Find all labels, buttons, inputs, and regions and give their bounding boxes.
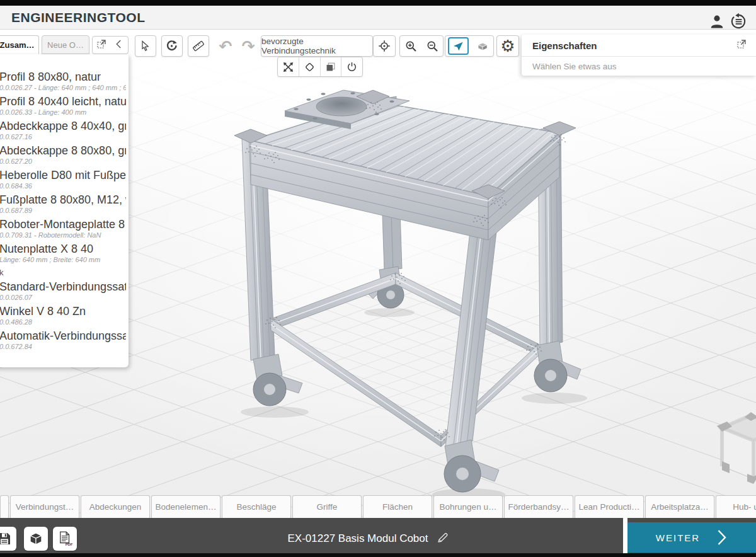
- weiter-label: WEITER: [656, 532, 700, 543]
- category-tab-bodenelemente[interactable]: Bodenelemen…: [151, 495, 220, 518]
- changelog-icon: [730, 13, 747, 30]
- center-view-button[interactable]: [373, 35, 396, 57]
- category-tab-arbeitsplatzausstattung[interactable]: Arbeitsplatza…: [645, 495, 714, 518]
- properties-panel: Eigenschaften Wählen Sie etwas aus: [522, 35, 756, 76]
- part-list-item[interactable]: Profil 8 80x80, natur 0.0.026.27 - Länge…: [0, 71, 126, 92]
- power-icon: [346, 61, 358, 73]
- export-pdf-button[interactable]: PDF: [53, 527, 77, 551]
- category-tab-griffe[interactable]: Griffe: [292, 495, 362, 518]
- bottom-black-strip: [0, 553, 756, 557]
- collapse-panel-button[interactable]: [113, 38, 125, 52]
- category-tab-verbindungstechnik[interactable]: Verbindungst…: [10, 495, 79, 518]
- properties-title: Eigenschaften: [532, 40, 597, 51]
- chevron-right-icon: [716, 529, 728, 546]
- zoom-in-button[interactable]: [400, 36, 421, 56]
- rotate-icon: [165, 39, 179, 53]
- wireframe-toggle-button[interactable]: [299, 57, 320, 76]
- part-list-item[interactable]: Fußplatte 8 80x80, M12, w… 0.0.687.89: [0, 193, 126, 215]
- connection-dropdown-label: bevorzugte Verbindungstechnik: [261, 37, 372, 55]
- settings-button[interactable]: ⚙: [496, 35, 519, 57]
- category-tab-hub[interactable]: Hub- und: [716, 495, 756, 518]
- solid-mode-button[interactable]: [471, 36, 495, 56]
- category-tab-abdeckungen[interactable]: Abdeckungen: [81, 495, 150, 518]
- part-list-item[interactable]: Winkel V 8 40 Zn 0.0.486.28: [0, 305, 126, 326]
- part-list-item[interactable]: Profil 8 40x40 leicht, natur 0.0.026.33 …: [0, 95, 126, 117]
- project-name-area: EX-01227 Basis Modul Cobot: [252, 527, 485, 551]
- gear-icon: ⚙: [500, 38, 515, 54]
- category-tab-clipped[interactable]: [0, 495, 9, 518]
- news-feedback-button[interactable]: [730, 13, 747, 30]
- category-tab-bohrungen[interactable]: Bohrungen u…: [433, 495, 503, 518]
- brick-icon: [476, 40, 490, 53]
- shaded-toggle-button[interactable]: [320, 57, 341, 76]
- part-list-item[interactable]: Roboter-Montageplatte 8 2… 0.0.709.31 - …: [0, 218, 126, 239]
- part-list-item[interactable]: Heberolle D80 mit Fußped… 0.0.684.36: [0, 169, 126, 190]
- category-tab-foerderbandsysteme[interactable]: Förderbandsy…: [504, 495, 573, 518]
- cube-icon: [28, 531, 44, 547]
- pdf-document-icon: PDF: [57, 531, 73, 547]
- popout-panel-button[interactable]: [96, 38, 107, 52]
- zoom-in-icon: [404, 40, 418, 53]
- undo-icon: ↶: [219, 38, 232, 54]
- part-list-item[interactable]: Automatik-Verbindungssat… 0.0.672.84: [0, 330, 126, 351]
- zoom-out-button[interactable]: [421, 36, 443, 56]
- part-list-item[interactable]: Abdeckkappe 8 40x40, gra… 0.0.627.16: [0, 120, 126, 141]
- filled-square-icon: [324, 61, 336, 73]
- category-tab-flaechen[interactable]: Flächen: [363, 495, 432, 518]
- edit-project-name-button[interactable]: [436, 531, 450, 548]
- app-title: ENGINEERINGTOOL: [11, 10, 145, 25]
- zoom-button-group: [399, 35, 444, 57]
- popout-icon: [736, 38, 747, 50]
- part-list-item[interactable]: Abdeckkappe 8 80x80, gra… 0.0.627.20: [0, 144, 126, 166]
- tab-new-group-label: Neue O…: [47, 40, 84, 50]
- top-black-strip: [0, 0, 756, 6]
- select-tool-button[interactable]: [135, 35, 156, 57]
- assembly-panel-controls: [92, 36, 129, 54]
- user-icon: [709, 13, 725, 30]
- properties-header: Eigenschaften: [522, 35, 756, 57]
- weiter-button[interactable]: WEITER: [627, 522, 756, 553]
- parts-section-label: k: [0, 267, 126, 278]
- fit-view-button[interactable]: [278, 57, 299, 76]
- part-list-item[interactable]: Nutenplatte X 8 40 Länge: 640 mm ; Breit…: [0, 243, 126, 264]
- tab-assembly[interactable]: Zusam…: [0, 35, 39, 54]
- crosshair-icon: [377, 39, 391, 53]
- power-toggle-button[interactable]: [341, 57, 362, 76]
- popout-properties-button[interactable]: [736, 38, 747, 52]
- measure-tool-button[interactable]: [188, 35, 209, 57]
- render-mode-group: [445, 35, 494, 57]
- redo-button[interactable]: ↷: [238, 35, 259, 57]
- ruler-icon: [192, 39, 205, 53]
- tab-assembly-label: Zusam…: [0, 40, 34, 50]
- cursor-icon: [139, 40, 152, 52]
- fly-mode-button[interactable]: [445, 36, 471, 56]
- category-tab-lean-production[interactable]: Lean Producti…: [575, 495, 644, 518]
- export-3d-button[interactable]: [24, 527, 48, 551]
- connection-technique-dropdown[interactable]: bevorzugte Verbindungstechnik: [261, 35, 373, 57]
- save-icon: [0, 531, 12, 546]
- rotate-view-button[interactable]: [161, 35, 183, 57]
- zoom-out-icon: [426, 40, 439, 53]
- app-header: ENGINEERINGTOOL: [0, 6, 756, 30]
- category-tab-beschlaege[interactable]: Beschläge: [222, 495, 291, 518]
- save-button[interactable]: [0, 527, 16, 551]
- pencil-icon: [436, 531, 450, 544]
- parts-list-panel[interactable]: Profil 8 80x80, natur 0.0.026.27 - Länge…: [0, 54, 129, 367]
- undo-button[interactable]: ↶: [215, 35, 236, 57]
- properties-empty-hint: Wählen Sie etwas aus: [522, 57, 756, 76]
- diamond-outline-icon: [304, 61, 316, 73]
- engineeringtool-app: ENGINEERINGTOOL Zusam… Neue O…: [0, 0, 756, 557]
- user-account-button[interactable]: [708, 13, 726, 30]
- redo-icon: ↷: [242, 38, 255, 54]
- display-options-group: [277, 57, 363, 77]
- svg-text:PDF: PDF: [66, 543, 73, 546]
- part-list-item[interactable]: Standard-Verbindungssatz … 0.0.026.07: [0, 280, 126, 302]
- weiter-divider: [623, 518, 627, 553]
- arrows-out-icon: [282, 61, 294, 73]
- paper-plane-icon: [452, 40, 464, 52]
- tab-new-group[interactable]: Neue O…: [42, 35, 89, 54]
- project-name: EX-01227 Basis Modul Cobot: [287, 532, 428, 545]
